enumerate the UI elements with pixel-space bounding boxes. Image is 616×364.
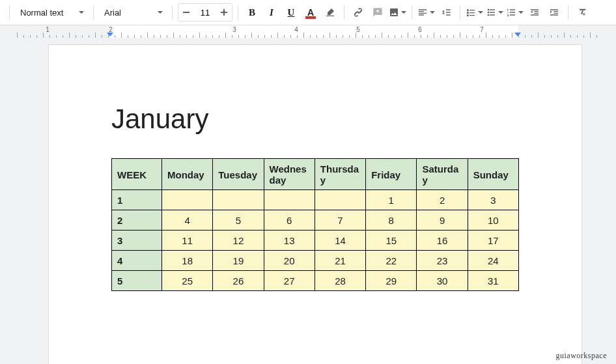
calendar-cell[interactable]: 27 (264, 271, 315, 291)
calendar-cell[interactable]: 23 (417, 251, 468, 271)
calendar-cell[interactable]: 5 (213, 210, 264, 231)
text-color-button[interactable]: A (302, 4, 319, 21)
calendar-cell[interactable] (213, 190, 264, 210)
chevron-down-icon (158, 11, 163, 14)
underline-button[interactable]: U (283, 4, 300, 21)
calendar-cell[interactable]: 3 (468, 190, 518, 210)
paragraph-style-label: Normal text (20, 8, 63, 18)
chevron-down-icon (518, 11, 524, 14)
calendar-cell[interactable]: 4 (162, 210, 213, 231)
calendar-cell[interactable] (264, 190, 315, 210)
increase-indent-icon (549, 7, 559, 18)
calendar-cell[interactable]: 20 (264, 251, 315, 271)
calendar-cell[interactable]: 9 (417, 210, 468, 231)
decrease-indent-button[interactable] (526, 4, 543, 21)
svg-rect-0 (183, 12, 189, 13)
paragraph-style-selector[interactable]: Normal text (15, 4, 88, 21)
calendar-header-cell[interactable]: Tuesday (213, 159, 264, 190)
calendar-header-cell[interactable]: Thursday (315, 159, 365, 190)
calendar-row: 418192021222324 (112, 251, 519, 271)
right-indent-marker[interactable] (514, 33, 521, 36)
calendar-cell[interactable] (162, 190, 213, 210)
calendar-cell[interactable]: 7 (315, 210, 365, 231)
calendar-header-cell[interactable]: Friday (366, 159, 417, 190)
week-number-cell[interactable]: 2 (112, 210, 162, 231)
calendar-cell[interactable]: 19 (213, 251, 264, 271)
calendar-header-cell[interactable]: Wednesday (264, 159, 315, 190)
chevron-down-icon (498, 11, 503, 14)
highlighter-icon (325, 7, 335, 18)
bulleted-list-button[interactable] (486, 4, 503, 21)
week-number-cell[interactable]: 5 (112, 271, 162, 291)
calendar-cell[interactable]: 1 (366, 190, 417, 210)
chevron-down-icon (478, 11, 483, 14)
increase-indent-button[interactable] (546, 4, 563, 21)
horizontal-ruler[interactable]: 1 2 3 4 5 6 7 (0, 25, 616, 38)
week-number-cell[interactable]: 3 (112, 231, 162, 251)
align-button[interactable] (417, 4, 435, 21)
toolbar: Normal text Arial B I U A (0, 0, 616, 25)
checklist-icon (466, 7, 476, 18)
calendar-header-cell[interactable]: Sunday (468, 159, 518, 190)
clear-formatting-button[interactable] (574, 4, 591, 21)
calendar-row: 1123 (112, 190, 519, 210)
calendar-cell[interactable]: 2 (417, 190, 468, 210)
left-indent-marker[interactable] (107, 33, 113, 36)
calendar-table[interactable]: WEEKMondayTuesdayWednesdayThursdayFriday… (111, 158, 519, 291)
page[interactable]: January WEEKMondayTuesdayWednesdayThursd… (48, 44, 582, 364)
decrease-font-size-button[interactable] (178, 4, 194, 21)
calendar-cell[interactable]: 30 (417, 271, 468, 291)
line-spacing-button[interactable] (438, 4, 455, 21)
calendar-header-cell[interactable]: WEEK (112, 159, 162, 190)
calendar-cell[interactable]: 22 (366, 251, 417, 271)
calendar-cell[interactable]: 14 (315, 231, 365, 251)
calendar-cell[interactable]: 6 (264, 210, 315, 231)
calendar-cell[interactable]: 8 (366, 210, 417, 231)
insert-link-button[interactable] (350, 4, 367, 21)
highlight-color-button[interactable] (322, 4, 339, 21)
calendar-cell[interactable]: 12 (213, 231, 264, 251)
comment-icon (372, 7, 383, 18)
chevron-down-icon (430, 11, 435, 14)
separator (238, 5, 238, 20)
calendar-row: 311121314151617 (112, 231, 519, 251)
document-title[interactable]: January (111, 104, 519, 135)
font-size-input[interactable] (194, 7, 216, 18)
calendar-cell[interactable]: 11 (162, 231, 213, 251)
calendar-header-cell[interactable]: Monday (162, 159, 213, 190)
calendar-cell[interactable]: 16 (417, 231, 468, 251)
calendar-cell[interactable]: 28 (315, 271, 365, 291)
numbered-list-button[interactable] (506, 4, 524, 21)
calendar-cell[interactable]: 29 (366, 271, 417, 291)
bold-button[interactable]: B (244, 4, 260, 21)
italic-button[interactable]: I (263, 4, 280, 21)
calendar-cell[interactable]: 26 (213, 271, 264, 291)
week-number-cell[interactable]: 1 (112, 190, 162, 210)
chevron-down-icon (79, 11, 84, 14)
calendar-cell[interactable]: 25 (162, 271, 213, 291)
line-spacing-icon (441, 7, 451, 18)
font-family-selector[interactable]: Arial (99, 4, 167, 21)
calendar-header-cell[interactable]: Saturday (417, 159, 468, 190)
calendar-cell[interactable]: 31 (468, 271, 518, 291)
decrease-indent-icon (529, 7, 540, 18)
font-size-group (178, 3, 232, 21)
clear-formatting-icon (577, 7, 587, 18)
increase-font-size-button[interactable] (216, 4, 232, 21)
chevron-down-icon (401, 11, 406, 14)
calendar-cell[interactable]: 17 (468, 231, 518, 251)
calendar-cell[interactable]: 13 (264, 231, 315, 251)
calendar-cell[interactable]: 21 (315, 251, 365, 271)
separator (412, 5, 412, 20)
numbered-list-icon (506, 7, 516, 18)
calendar-cell[interactable]: 24 (468, 251, 518, 271)
calendar-cell[interactable]: 10 (468, 210, 518, 231)
week-number-cell[interactable]: 4 (112, 251, 162, 271)
add-comment-button[interactable] (369, 4, 386, 21)
calendar-cell[interactable]: 15 (366, 231, 417, 251)
insert-image-button[interactable] (389, 4, 406, 21)
checklist-button[interactable] (466, 4, 483, 21)
calendar-cell[interactable] (315, 190, 365, 210)
watermark: guiaworkspace (556, 351, 607, 361)
calendar-cell[interactable]: 18 (162, 251, 213, 271)
